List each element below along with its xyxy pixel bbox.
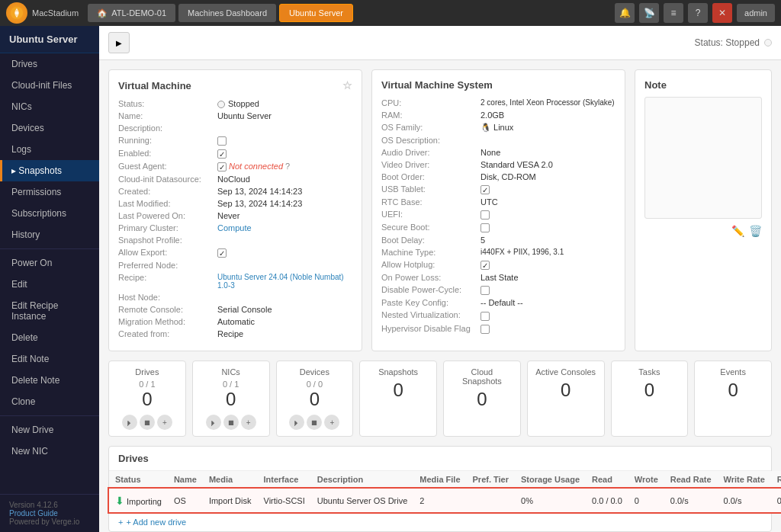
logo: MacStadium [6,2,79,24]
sidebar-item-delete-note[interactable]: Delete Note [0,370,99,391]
vm-system-card: Virtual Machine System CPU: 2 cores, Int… [371,69,625,351]
sidebar-item-clone[interactable]: Clone [0,391,99,412]
running-checkbox [217,136,227,146]
add-drive-row[interactable]: + + Add new drive [109,513,771,531]
power-cycle-checkbox [480,286,490,295]
help-btn[interactable]: ? [688,3,708,23]
close-btn[interactable]: ✕ [712,3,732,23]
col-description: Description [311,471,414,489]
notifications-btn[interactable]: 🔔 [615,3,635,23]
agent-help-icon[interactable]: ? [285,162,290,171]
stat-tasks-value: 0 [618,380,682,401]
usb-tablet-checkbox [480,185,490,194]
note-actions: ✏️ 🗑️ [644,225,762,237]
stat-drives-icons: ⏵ ⏹ + [115,415,179,430]
status-dot [764,39,772,46]
sidebar-item-cloudinit[interactable]: Cloud-init Files [0,75,99,96]
sidebar-item-edit-recipe[interactable]: Edit Recipe Instance [0,295,99,327]
vm-status-row: Status: Stopped [118,99,352,108]
play-button[interactable]: ▶ [108,32,130,53]
signal-btn[interactable]: 📡 [639,3,659,23]
sidebar-item-devices[interactable]: Devices [0,117,99,139]
drives-section-header: Drives [109,447,771,471]
stat-devices-icons: ⏵ ⏹ + [283,415,347,430]
devices-icon-2[interactable]: ⏹ [307,415,322,430]
nics-icon-3[interactable]: + [241,415,256,430]
sidebar-footer: Version 4.12.6 Product Guide Powered by … [0,494,99,532]
stat-devices-value: 0 [283,389,347,410]
sidebar-item-new-drive[interactable]: New Drive [0,419,99,441]
sidebar-item-delete[interactable]: Delete [0,327,99,348]
home-icon: 🏠 [97,8,108,18]
sidebar-item-edit-note[interactable]: Edit Note [0,348,99,370]
favorite-star[interactable]: ☆ [342,79,352,91]
drives-icon-1[interactable]: ⏵ [122,415,137,430]
stat-cloud-snapshots-value: 0 [450,389,514,410]
stat-nics-value: 0 [199,389,263,410]
svg-point-1 [14,11,18,14]
sidebar-item-history[interactable]: History [0,224,99,245]
recipe-link[interactable]: Ubuntu Server 24.04 (Noble Numbat) 1.0-3 [217,273,352,290]
vm-card: Virtual Machine ☆ Status: Stopped Name: … [108,69,362,351]
sidebar-item-poweron[interactable]: Power On [0,252,99,274]
devices-icon-3[interactable]: + [324,415,339,430]
menu-btn[interactable]: ≡ [664,3,683,23]
sidebar-item-new-nic[interactable]: New NIC [0,441,99,462]
stat-tasks: Tasks 0 [611,361,689,437]
stat-drives: Drives 0 / 1 0 ⏵ ⏹ + [108,361,186,437]
drive-read: 0.0 / 0.0 [586,489,628,513]
sidebar: Ubuntu Server Drives Cloud-init Files NI… [0,26,99,532]
agent-checkbox [217,162,227,171]
stat-cloud-snapshots-label: Cloud Snapshots [450,367,514,386]
sidebar-item-permissions[interactable]: Permissions [0,181,99,203]
col-write-rate: Write Rate [718,471,771,489]
note-body [644,97,762,219]
stat-devices-label: Devices [283,367,347,377]
nics-icon-2[interactable]: ⏹ [223,415,239,430]
stat-nics-label: NICs [199,367,263,377]
logo-icon [6,2,27,24]
sidebar-item-snapshots[interactable]: ▸ Snapshots [0,160,99,181]
col-pref-tier: Pref. Tier [467,471,516,489]
drive-row-0: ⬇ Importing OS Import Disk Virtio-SCSI U… [109,489,781,513]
add-drive-plus: + [118,518,123,527]
drive-wrote: 0 [628,489,664,513]
nav-tab-machines[interactable]: Machines Dashboard [178,4,276,22]
col-wrote: Wrote [628,471,664,489]
delete-note-btn[interactable]: 🗑️ [749,225,762,237]
secure-boot-checkbox [480,223,490,232]
export-checkbox [217,248,227,258]
vm-name-row: Name: Ubuntu Server [118,111,352,120]
nav-tab-ubuntu[interactable]: Ubuntu Server [279,4,353,22]
stats-row: Drives 0 / 1 0 ⏵ ⏹ + NICs 0 / 1 0 ⏵ ⏹ + [99,361,781,446]
drive-description: Ubuntu Server OS Drive [311,489,414,513]
vm-desc-row: Description: [118,123,352,133]
nav-tab-atl[interactable]: 🏠 ATL-DEMO-01 [88,4,175,22]
col-interface: Interface [258,471,311,489]
col-name: Name [168,471,203,489]
sidebar-item-logs[interactable]: Logs [0,139,99,160]
sidebar-item-drives[interactable]: Drives [0,53,99,75]
devices-icon-1[interactable]: ⏵ [289,415,304,430]
top-navigation: MacStadium 🏠 ATL-DEMO-01 Machines Dashbo… [0,0,781,26]
admin-btn[interactable]: admin [737,4,775,22]
sidebar-item-edit[interactable]: Edit [0,274,99,295]
sidebar-item-nics[interactable]: NICs [0,96,99,117]
edit-note-btn[interactable]: ✏️ [731,225,744,237]
stat-active-consoles-value: 0 [534,380,598,401]
primary-cluster-link[interactable]: Compute [217,223,252,232]
stat-snapshots: Snapshots 0 [359,361,437,437]
sidebar-item-subscriptions[interactable]: Subscriptions [0,203,99,224]
drives-icon-3[interactable]: + [157,415,172,430]
stat-tasks-label: Tasks [618,367,682,377]
nested-virt-checkbox [480,312,490,321]
stat-drives-ratio: 0 / 1 [115,380,179,389]
drives-table-header-row: Status Name Media Interface Description … [109,471,781,489]
stat-snapshots-value: 0 [366,380,430,401]
status-indicator: Status: Stopped [695,37,772,48]
nics-icon-1[interactable]: ⏵ [206,415,221,430]
drives-icon-2[interactable]: ⏹ [140,415,155,430]
note-card-header: Note [644,79,762,91]
col-storage-usage: Storage Usage [515,471,586,489]
import-icon: ⬇ [115,495,124,507]
